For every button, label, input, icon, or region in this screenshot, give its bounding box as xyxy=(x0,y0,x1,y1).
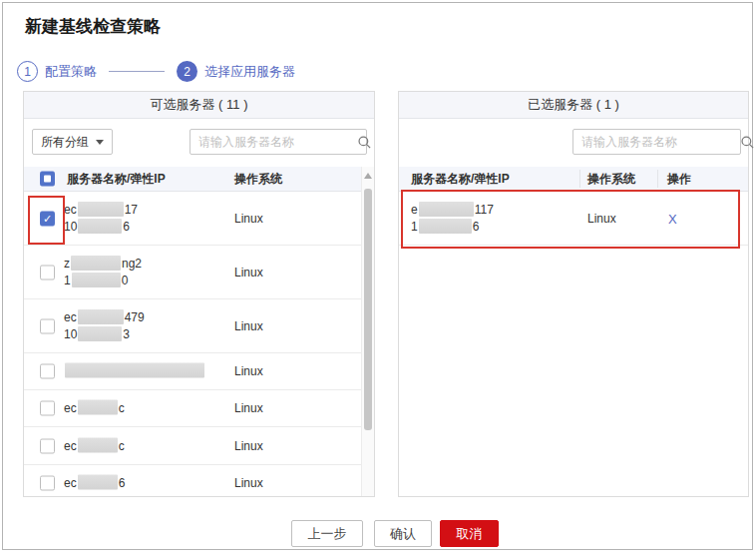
row-checkbox[interactable] xyxy=(40,364,55,379)
selected-search-box xyxy=(572,129,741,155)
server-name-ip: ec6 xyxy=(64,475,125,492)
column-header-action: 操作 xyxy=(667,171,691,188)
cancel-button[interactable]: 取消 xyxy=(440,520,499,547)
column-divider xyxy=(657,170,658,188)
server-name-ip: zng210 xyxy=(64,256,142,289)
redacted-text xyxy=(419,202,474,217)
page-title: 新建基线检查策略 xyxy=(25,15,161,38)
server-name-ip: ecc xyxy=(64,400,125,417)
table-row: Linux xyxy=(24,353,361,390)
table-row: ec17106Linux xyxy=(24,192,361,246)
redacted-text xyxy=(65,363,204,378)
previous-step-button[interactable]: 上一步 xyxy=(291,520,363,547)
column-header-os: 操作系统 xyxy=(587,171,635,188)
search-icon[interactable] xyxy=(740,135,755,150)
table-row: e11716LinuxX xyxy=(399,192,748,246)
scrollbar-thumb[interactable] xyxy=(364,189,372,430)
redacted-text xyxy=(78,475,118,490)
table-row: eccLinux xyxy=(24,390,361,427)
step-indicator: 1 配置策略 2 选择应用服务器 xyxy=(17,61,295,82)
available-servers-title: 可选服务器 ( 11 ) xyxy=(24,92,374,119)
selected-server-list: e11716LinuxX xyxy=(399,192,748,496)
search-icon[interactable] xyxy=(357,135,372,150)
table-row: eccLinux xyxy=(24,427,361,465)
redacted-text xyxy=(419,219,472,234)
column-header-name: 服务器名称/弹性IP xyxy=(411,171,510,188)
available-servers-panel: 可选服务器 ( 11 ) 所有分组 服务器名称/弹性IP 操作系统 ec1710… xyxy=(23,91,375,497)
redacted-text xyxy=(78,202,124,217)
row-checkbox[interactable] xyxy=(40,401,55,416)
redacted-text xyxy=(78,326,122,341)
redacted-text xyxy=(78,219,122,234)
os-cell: Linux xyxy=(234,212,263,226)
os-cell: Linux xyxy=(234,476,263,490)
server-name-ip xyxy=(64,363,205,380)
os-cell: Linux xyxy=(234,319,263,333)
selected-servers-title: 已选服务器 ( 1 ) xyxy=(399,92,748,119)
redacted-text xyxy=(78,309,124,324)
os-cell: Linux xyxy=(234,266,263,280)
os-cell: Linux xyxy=(587,212,616,226)
available-search-input[interactable] xyxy=(190,130,357,154)
selected-servers-panel: 已选服务器 ( 1 ) 服务器名称/弹性IP 操作系统 操作 e11716Lin… xyxy=(398,91,749,497)
column-divider xyxy=(579,170,580,188)
step-2-circle: 2 xyxy=(177,61,197,82)
server-name-ip: e11716 xyxy=(411,202,494,236)
column-header-os: 操作系统 xyxy=(234,171,282,188)
confirm-button[interactable]: 确认 xyxy=(374,520,432,547)
row-checkbox[interactable] xyxy=(40,476,55,491)
row-checkbox-checked[interactable] xyxy=(40,211,55,226)
os-cell: Linux xyxy=(234,364,263,378)
table-row: zng210Linux xyxy=(24,246,361,299)
row-checkbox[interactable] xyxy=(40,265,55,280)
selected-table-header: 服务器名称/弹性IP 操作系统 操作 xyxy=(399,167,748,192)
step-1-label: 配置策略 xyxy=(45,63,97,81)
group-filter-value: 所有分组 xyxy=(41,134,89,151)
available-server-list: ec17106Linuxzng210Linuxec479103LinuxLinu… xyxy=(24,192,361,496)
step-1-circle[interactable]: 1 xyxy=(17,61,38,82)
row-checkbox[interactable] xyxy=(40,318,55,333)
chevron-down-icon xyxy=(96,140,104,145)
redacted-text xyxy=(71,256,121,271)
redacted-text xyxy=(78,400,118,415)
redacted-text xyxy=(72,273,121,287)
group-filter-dropdown[interactable]: 所有分组 xyxy=(32,129,113,155)
new-baseline-policy-dialog: 新建基线检查策略 1 配置策略 2 选择应用服务器 可选服务器 ( 11 ) 所… xyxy=(2,2,753,550)
table-row: ec479103Linux xyxy=(24,299,361,353)
redacted-text xyxy=(78,437,118,452)
step-connector-line xyxy=(109,71,165,72)
scroll-up-icon[interactable] xyxy=(364,173,372,179)
available-table-header: 服务器名称/弹性IP 操作系统 xyxy=(24,167,361,192)
remove-server-link[interactable]: X xyxy=(668,211,677,226)
row-checkbox[interactable] xyxy=(40,438,55,453)
os-cell: Linux xyxy=(234,439,263,453)
scrollbar[interactable] xyxy=(361,167,374,496)
column-header-name: 服务器名称/弹性IP xyxy=(67,171,166,188)
select-all-checkbox[interactable] xyxy=(40,172,55,187)
available-search-box xyxy=(189,129,367,155)
step-2-label: 选择应用服务器 xyxy=(204,63,295,81)
server-name-ip: ec17106 xyxy=(64,202,138,236)
server-name-ip: ecc xyxy=(64,437,125,454)
selected-search-input[interactable] xyxy=(573,130,740,154)
os-cell: Linux xyxy=(234,401,263,415)
table-row: ec6Linux xyxy=(24,465,361,496)
server-name-ip: ec479103 xyxy=(64,309,145,343)
